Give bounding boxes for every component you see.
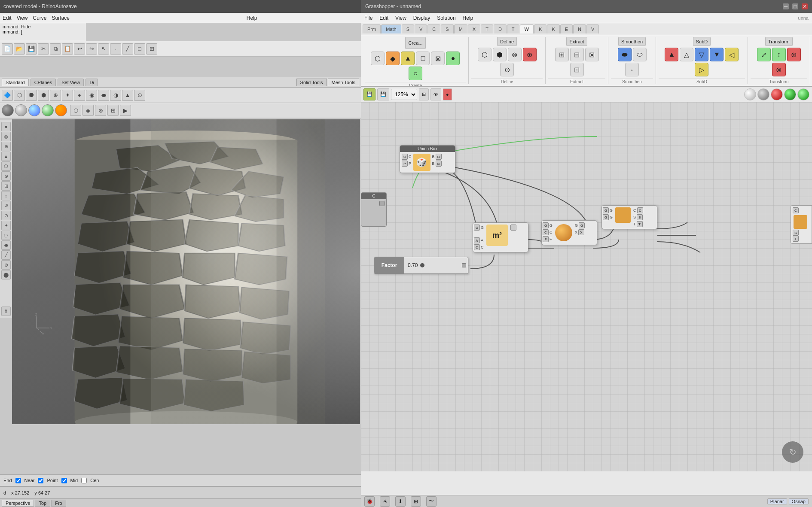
point-button[interactable]: · — [110, 43, 121, 55]
node-geo-sphere[interactable]: GG CC FF GG XX — [541, 220, 597, 245]
right-port-g1[interactable]: G — [603, 207, 609, 213]
transform-button[interactable]: Transform — [765, 37, 793, 46]
transform-icon-1[interactable]: ⤢ — [757, 48, 771, 61]
gh-sphere-white[interactable]: ​ — [744, 88, 756, 100]
cat-t1[interactable]: T — [481, 24, 493, 33]
snap-near-checkbox[interactable] — [15, 478, 21, 483]
maximize-button[interactable]: □ — [792, 3, 798, 9]
geo-out-x[interactable]: X — [578, 229, 584, 235]
ribbon-icon-1[interactable]: ⬡ — [371, 52, 385, 65]
menu-help[interactable]: Help — [463, 15, 473, 21]
menu-view[interactable]: View — [395, 15, 406, 21]
define-icon-4[interactable]: ⊕ — [523, 48, 537, 61]
cat-s1[interactable]: S — [402, 24, 414, 33]
tb2-icon7[interactable]: ● — [74, 90, 85, 101]
gh-eye-btn[interactable]: 👁 — [430, 88, 441, 100]
ribbon-icon-2[interactable]: ◆ — [386, 52, 400, 65]
tab-mesh-tools[interactable]: Mesh Tools — [328, 79, 359, 86]
render-icon3[interactable]: ⊛ — [95, 105, 106, 116]
geo-port-g[interactable]: G — [543, 222, 549, 228]
command-input[interactable]: mmand: | — [3, 29, 83, 34]
cat-e[interactable]: E — [560, 24, 573, 33]
gh-sphere-gray[interactable]: ​ — [757, 88, 769, 100]
menu-display[interactable]: Display — [413, 15, 430, 21]
subd-icon-1[interactable]: ▲ — [665, 48, 678, 61]
ribbon-icon-5[interactable]: ⊠ — [431, 52, 445, 65]
right-out-t[interactable]: T — [637, 221, 643, 227]
node-c-input[interactable]: C — [361, 192, 387, 227]
math-port-g[interactable]: G — [474, 225, 480, 231]
cat-s2[interactable]: S — [441, 24, 453, 33]
ribbon-icon-3[interactable]: ▲ — [401, 52, 415, 65]
cat-d[interactable]: D — [494, 24, 507, 33]
cat-m[interactable]: M — [454, 24, 467, 33]
ribbon-icon-6[interactable]: ● — [446, 52, 460, 65]
transform-icon-2[interactable]: ↕ — [772, 48, 786, 61]
cat-w[interactable]: W — [520, 24, 534, 33]
ribbon-icon-7[interactable]: ○ — [409, 67, 422, 80]
smoothen-button[interactable]: Smoothen — [618, 37, 646, 46]
extract-icon-1[interactable]: ⊞ — [555, 48, 569, 61]
open-button[interactable]: 📂 — [14, 43, 25, 55]
vp-tab-top[interactable]: Top — [35, 500, 50, 507]
color-sphere-orange[interactable] — [55, 104, 67, 116]
gh-debug-icon[interactable]: 🐞 — [364, 496, 375, 507]
undo-button[interactable]: ↩ — [74, 43, 85, 55]
render-icon1[interactable]: ⬡ — [70, 105, 81, 116]
copy-button[interactable]: ⧉ — [50, 43, 61, 55]
right-out-s[interactable]: S — [637, 214, 643, 220]
subd-button[interactable]: SubD — [693, 37, 711, 46]
far-port-c[interactable]: C — [793, 207, 799, 213]
cat-v2[interactable]: V — [586, 24, 599, 33]
math-port-a[interactable]: A — [474, 237, 480, 243]
tab-di[interactable]: Di — [85, 79, 98, 86]
side-tool-2[interactable]: ◎ — [1, 132, 11, 141]
tab-cplanes[interactable]: CPlanes — [31, 79, 56, 86]
ribbon-icon-4[interactable]: □ — [416, 52, 430, 65]
geo-port-f[interactable]: F — [543, 236, 549, 242]
side-tool-12[interactable]: ◌ — [1, 231, 11, 240]
tb2-icon9[interactable]: ⬬ — [98, 90, 109, 101]
tb2-icon12[interactable]: ⊙ — [134, 90, 145, 101]
snap-mid-checkbox[interactable] — [61, 478, 67, 483]
menu-item-edit[interactable]: Edit — [3, 15, 12, 21]
smooth-icon-2[interactable]: ⬭ — [633, 48, 647, 61]
render-icon2[interactable]: ◈ — [82, 105, 94, 116]
zoom-select[interactable]: 125% 100% 75% 150% — [391, 89, 417, 100]
define-icon-5[interactable]: ⊙ — [500, 63, 514, 76]
snap-point-checkbox[interactable] — [38, 478, 43, 483]
snap-cen-checkbox[interactable] — [81, 478, 87, 483]
math-port-c[interactable]: C — [474, 244, 480, 250]
color-sphere-green[interactable] — [42, 104, 54, 116]
side-tool-8[interactable]: ↕ — [1, 191, 11, 200]
select-button[interactable]: ↖ — [98, 43, 109, 55]
port-b-out1[interactable]: B — [436, 154, 442, 160]
side-tool-14[interactable]: ╱ — [1, 250, 11, 260]
gh-download-icon[interactable]: ⬇ — [395, 496, 406, 507]
smooth-icon-3[interactable]: ⬫ — [625, 63, 639, 76]
smooth-icon-1[interactable]: ⬬ — [618, 48, 632, 61]
cat-x[interactable]: X — [468, 24, 480, 33]
gh-wave-icon[interactable]: 〜 — [426, 496, 437, 507]
tab-set-view[interactable]: Set View — [58, 79, 84, 86]
gh-sphere-green[interactable]: ​ — [784, 88, 796, 100]
gh-color-btn[interactable]: ● — [443, 88, 452, 100]
right-port-g2[interactable]: G — [603, 214, 609, 220]
color-sphere-mid[interactable] — [15, 104, 27, 116]
node-far-right[interactable]: C S T — [791, 205, 812, 244]
cat-n[interactable]: N — [573, 24, 586, 33]
extract-button[interactable]: Extract — [566, 37, 587, 46]
box-button[interactable]: □ — [134, 43, 145, 55]
close-button[interactable]: ✕ — [802, 3, 808, 9]
cut-button[interactable]: ✂ — [38, 43, 49, 55]
node-m-squared[interactable]: GG AA CC m² — [473, 222, 528, 252]
tb2-icon3[interactable]: ⭓ — [26, 90, 37, 101]
gh-sphere-green2[interactable]: ​ — [797, 88, 809, 100]
subd-icon-3[interactable]: ▽ — [695, 48, 708, 61]
gh-canvas[interactable]: C Union Box CC PP 🎲 BB BB — [361, 102, 812, 471]
side-tool-15[interactable]: ⊘ — [1, 260, 11, 270]
tb2-icon5[interactable]: ⊕ — [50, 90, 61, 101]
redo-button[interactable]: ↪ — [86, 43, 97, 55]
viewport-area[interactable] — [12, 119, 360, 424]
port-p-in[interactable]: P — [402, 161, 408, 167]
